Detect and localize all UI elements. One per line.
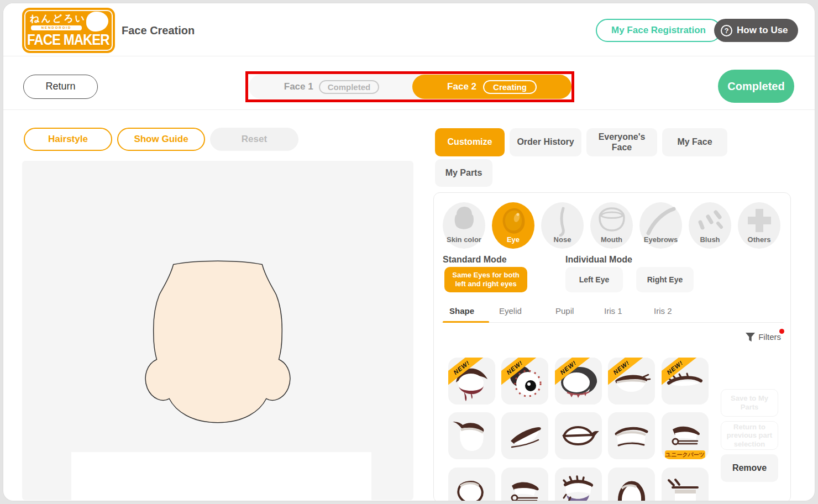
canvas-body-area xyxy=(71,452,371,500)
right-eye-button[interactable]: Right Eye xyxy=(636,267,694,292)
category-others[interactable]: Others xyxy=(738,202,780,249)
subtab-shape[interactable]: Shape xyxy=(449,306,474,316)
eye-shape-thumbnail[interactable]: NEW! xyxy=(608,358,655,405)
completed-button[interactable]: Completed xyxy=(718,70,794,103)
face-1-status-badge: Completed xyxy=(319,80,380,94)
filters-label: Filters xyxy=(758,332,781,342)
unique-parts-badge: ユニークパーツ xyxy=(665,450,705,459)
standard-mode-title: Standard Mode xyxy=(443,255,507,265)
eye-shape-thumbnail[interactable]: NEW! xyxy=(501,358,548,405)
blush-icon xyxy=(696,207,725,234)
eye-shape-thumbnail[interactable] xyxy=(608,412,655,459)
face-preview-canvas[interactable] xyxy=(22,161,413,500)
subtab-iris-2[interactable]: Iris 2 xyxy=(654,306,672,316)
eye-art-soft-arc xyxy=(608,412,655,459)
category-blush[interactable]: Blush xyxy=(689,202,731,249)
eyebrows-icon xyxy=(646,207,676,235)
reset-button[interactable]: Reset xyxy=(210,128,298,151)
nose-icon xyxy=(557,207,568,237)
app-window: ねんどろいど NENDOROID FACE MAKER Face Creatio… xyxy=(3,3,815,501)
eye-art-open-oval xyxy=(555,412,602,459)
eye-shape-thumbnail[interactable] xyxy=(501,412,548,459)
filter-funnel-icon xyxy=(746,333,755,342)
eye-shape-thumbnail[interactable] xyxy=(501,468,548,501)
tab-my-face[interactable]: My Face xyxy=(662,128,727,156)
eye-shape-thumbnail[interactable] xyxy=(662,468,709,501)
header: ねんどろいど NENDOROID FACE MAKER Face Creatio… xyxy=(3,3,815,56)
same-eyes-button[interactable]: Same Eyes for both left and right eyes xyxy=(444,267,527,292)
eye-shape-thumbnail[interactable]: NEW! xyxy=(662,358,709,405)
question-icon: ? xyxy=(721,25,732,36)
show-guide-button[interactable]: Show Guide xyxy=(117,128,205,151)
eye-art-droopy-closed xyxy=(501,468,548,501)
return-button[interactable]: Return xyxy=(23,75,98,99)
tab-customize[interactable]: Customize xyxy=(435,128,505,156)
eye-shape-thumbnail[interactable]: NEW! xyxy=(555,358,602,405)
logo-face-maker-text: FACE MAKER xyxy=(27,32,109,49)
how-to-use-label: How to Use xyxy=(737,19,788,42)
category-mouth[interactable]: Mouth xyxy=(590,202,633,249)
face-maker-logo[interactable]: ねんどろいど NENDOROID FACE MAKER xyxy=(22,8,115,53)
customize-panel: Skin color Eye Nose Mouth xyxy=(433,192,791,501)
category-nose[interactable]: Nose xyxy=(541,202,584,249)
eye-shape-thumbnail[interactable] xyxy=(608,468,655,501)
eye-art-flick-lash xyxy=(448,412,495,459)
filters-button[interactable]: Filters xyxy=(746,332,781,342)
tab-my-parts[interactable]: My Parts xyxy=(435,159,492,187)
left-eye-button[interactable]: Left Eye xyxy=(565,267,623,292)
eye-shape-thumbnail[interactable] xyxy=(555,412,602,459)
category-skin-color[interactable]: Skin color xyxy=(443,202,485,249)
category-eye[interactable]: Eye xyxy=(492,202,534,249)
subtab-divider xyxy=(442,322,784,323)
tab-everyones-face[interactable]: Everyone's Face xyxy=(586,128,657,156)
face-tab-bar: Face 1 Completed Face 2 Creating xyxy=(249,75,571,99)
category-eyebrows[interactable]: Eyebrows xyxy=(639,202,682,249)
eye-shape-thumbnail[interactable] xyxy=(448,412,495,459)
eye-art-angled-closed xyxy=(501,412,548,459)
skin-color-icon xyxy=(452,206,476,231)
eye-shape-thumbnail[interactable] xyxy=(448,468,495,501)
hairstyle-button[interactable]: Hairstyle xyxy=(24,128,112,151)
subtab-eyelid[interactable]: Eyelid xyxy=(499,306,522,316)
eye-shape-thumbnail[interactable]: NEW! xyxy=(448,358,495,405)
eye-icon xyxy=(501,207,526,235)
tab-face-1[interactable]: Face 1 Completed xyxy=(249,75,415,99)
tab-order-history[interactable]: Order History xyxy=(510,128,581,156)
eye-art-round-open xyxy=(448,468,495,501)
individual-mode-title: Individual Mode xyxy=(565,255,632,265)
return-previous-part-button[interactable]: Return to previous part selection xyxy=(721,421,778,450)
face-2-status-badge: Creating xyxy=(483,80,537,94)
subtab-active-underline xyxy=(443,321,489,323)
plus-icon xyxy=(746,207,773,234)
face-1-label: Face 1 xyxy=(284,81,313,92)
mouth-icon xyxy=(597,207,626,232)
logo-nendoroid-bar: NENDOROID xyxy=(31,25,82,30)
page-title: Face Creation xyxy=(122,24,195,37)
how-to-use-button[interactable]: ? How to Use xyxy=(714,19,798,42)
face-base-outline xyxy=(124,248,312,442)
my-face-registration-button[interactable]: My Face Registration xyxy=(596,19,721,42)
eye-art-arch-closed xyxy=(608,468,655,501)
face-2-label: Face 2 xyxy=(447,81,476,92)
remove-button[interactable]: Remove xyxy=(721,454,778,482)
eye-shape-thumbnail[interactable]: ユニークパーツ xyxy=(662,412,709,459)
eye-art-flat-lashes xyxy=(662,468,709,501)
save-to-my-parts-button[interactable]: Save to My Parts xyxy=(721,389,778,417)
subtab-pupil[interactable]: Pupil xyxy=(555,306,574,316)
eye-shape-thumbnail[interactable] xyxy=(555,468,602,501)
toolbar-row: Return Face 1 Completed Face 2 Creating … xyxy=(3,57,815,110)
subtab-iris-1[interactable]: Iris 1 xyxy=(604,306,622,316)
tab-face-2[interactable]: Face 2 Creating xyxy=(412,75,571,99)
eye-art-purple-shadow xyxy=(555,468,602,501)
